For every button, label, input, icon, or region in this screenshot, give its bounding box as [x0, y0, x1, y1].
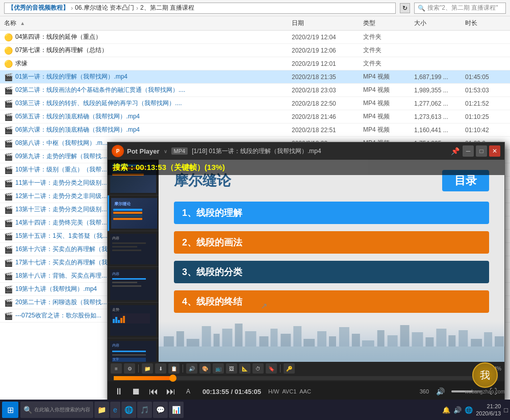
file-row[interactable]: 🎬 05第五讲：线段的顶底精确（我帮找网）.mp4 2020/2/18 21:4…: [0, 110, 510, 123]
svg-rect-8: [245, 331, 257, 347]
toolbar-btn-9[interactable]: 🖼: [226, 363, 237, 374]
taskbar-item-wechat[interactable]: 💬: [153, 402, 168, 418]
file-date: 2020/2/19 12:06: [292, 47, 363, 54]
toolbar-btn-11[interactable]: ⏱: [252, 363, 264, 374]
toolbar-btn-4[interactable]: ⬇: [155, 363, 166, 374]
toolbar-btn-13[interactable]: 🔑: [284, 363, 295, 374]
file-type: MP4 视频: [363, 112, 414, 121]
file-icon: 🎬: [4, 232, 13, 240]
file-row[interactable]: 🎬 06第六课：线段的顶底精确（我帮找网）.mp4 2020/2/18 22:5…: [0, 123, 510, 137]
taskbar-item-ie[interactable]: e: [110, 402, 120, 418]
col-type-header[interactable]: 类型: [363, 19, 414, 28]
svg-rect-13: [303, 339, 315, 347]
seekbar[interactable]: [114, 376, 498, 380]
thumbnail-4[interactable]: 内容: [108, 267, 159, 303]
file-date: 2020/2/18 21:46: [292, 113, 363, 120]
file-icon: 🎬: [4, 285, 13, 293]
start-button[interactable]: ⊞: [2, 402, 18, 418]
search-box[interactable]: 🔍 搜索"2、第二期 直播课程": [414, 3, 506, 14]
col-size-header[interactable]: 大小: [414, 19, 465, 28]
taskbar-item-chrome[interactable]: 🌐: [121, 402, 136, 418]
col-name-header[interactable]: 名称 ▲: [4, 19, 292, 28]
toolbar-btn-6[interactable]: 🔊: [186, 363, 197, 374]
file-row[interactable]: 🟡 04第四讲：线段的延伸（重点） 2020/2/19 12:04 文件夹: [0, 31, 510, 44]
file-type: MP4 视频: [363, 72, 414, 81]
pause-button[interactable]: ⏸: [112, 384, 126, 399]
svg-rect-17: [352, 334, 360, 347]
volume-icon[interactable]: 🔊: [433, 384, 447, 399]
thumbnail-6[interactable]: 内容 文字: [108, 338, 159, 362]
file-size: 1,989,355 ...: [414, 87, 465, 94]
pin-icon[interactable]: 📌: [451, 147, 460, 155]
toolbar-btn-10[interactable]: 📐: [239, 363, 250, 374]
seekbar-wrapper: [111, 376, 501, 380]
col-date-header[interactable]: 日期: [292, 19, 363, 28]
search-text: 搜索"2、第二期 直播课程": [427, 4, 498, 12]
column-header: 名称 ▲ 日期 类型 大小 时长: [0, 16, 510, 31]
file-icon: 🎬: [4, 206, 13, 214]
toolbar-btn-3[interactable]: 📁: [142, 363, 153, 374]
notification-icon[interactable]: □: [504, 406, 508, 414]
toolbar-btn-5[interactable]: 📋: [168, 363, 180, 374]
file-icon: 🎬: [4, 139, 13, 147]
format-badge: MP4: [171, 147, 188, 155]
next-button[interactable]: ⏭: [164, 384, 178, 399]
toolbar-btn-1[interactable]: ≡: [111, 363, 122, 374]
path-segment-1[interactable]: 【优秀的音视频教程】: [8, 4, 69, 12]
address-bar-path[interactable]: 【优秀的音视频教程】 › 06.摩尔缝论 资本凸门 › 2、第二期 直播课程: [4, 3, 396, 14]
file-type: 文件夹: [363, 33, 414, 41]
svg-rect-0: [159, 347, 504, 362]
svg-rect-19: [377, 330, 385, 347]
file-name: 求缘: [15, 59, 292, 68]
file-icon: 🎬: [4, 113, 13, 121]
file-icon: 🎬: [4, 100, 13, 108]
file-row[interactable]: 🟡 07第七课：线段的再理解（总结） 2020/2/19 12:06 文件夹: [0, 44, 510, 57]
taskbar-item-more[interactable]: 📊: [169, 402, 184, 418]
file-row[interactable]: 🎬 03第三讲：线段的转折、线段的延伸的再学习（我帮找网）.... 2020/2…: [0, 97, 510, 110]
file-name: 05第五讲：线段的顶底精确（我帮找网）.mp4: [15, 112, 292, 121]
toolbar-row1: ≡ ⚙ 📁 ⬇ 📋 🔊 🎨 📺 🖼 📐 ⏱ 🔖 🔑 114%: [108, 362, 504, 375]
minimize-button[interactable]: ─: [463, 145, 474, 157]
slide-items: 1、线段的理解 2、线段的画法 3、线段的分类 4、线段的终结: [159, 196, 504, 318]
toolbar-btn-12[interactable]: 🔖: [266, 363, 277, 374]
taskbar-item-folder[interactable]: 📁: [94, 402, 109, 418]
file-row[interactable]: 🎬 01第一讲：线段的理解（我帮找网）.mp4 2020/2/18 21:35 …: [0, 70, 510, 84]
svg-rect-4: [202, 326, 211, 347]
file-icon: 🟡: [4, 46, 13, 55]
refresh-icon[interactable]: ↻: [400, 3, 410, 13]
toolbar-btn-8[interactable]: 📺: [213, 363, 224, 374]
path-segment-3[interactable]: 2、第二期 直播课程: [140, 4, 194, 12]
svg-rect-15: [329, 336, 336, 347]
close-button[interactable]: ✕: [489, 145, 500, 157]
seekbar-thumb[interactable]: [169, 375, 176, 382]
thumbnail-sidebar: 摩尔缝论 内容: [108, 160, 159, 362]
thumbnail-2[interactable]: 摩尔缝论: [108, 195, 159, 231]
tray-icon-3[interactable]: 🌐: [465, 406, 473, 414]
subtitle-button[interactable]: A: [181, 384, 195, 399]
taskbar-item-media[interactable]: 🎵: [137, 402, 152, 418]
toolbar-btn-7[interactable]: 🎨: [199, 363, 211, 374]
file-row[interactable]: 🟡 求缘 2020/2/19 12:01 文件夹: [0, 57, 510, 70]
tray-icon-2[interactable]: 🔊: [453, 406, 462, 414]
file-date: 2020/2/18 22:51: [292, 127, 363, 134]
prev-button[interactable]: ⏮: [146, 384, 161, 399]
taskbar-item-search[interactable]: 🔍 在此输入你想搜索的内容: [20, 402, 93, 418]
file-size: 1,160,441 ...: [414, 127, 465, 134]
thumbnail-5[interactable]: 走势: [108, 303, 159, 338]
toolbar-btn-2[interactable]: ⚙: [124, 363, 135, 374]
taskbar: ⊞ 🔍 在此输入你想搜索的内容 📁 e 🌐 🎵 💬 📊 🔔 🔊 🌐 21:20: [0, 400, 510, 420]
thumbnail-3[interactable]: 内容: [108, 231, 159, 267]
file-row[interactable]: 🎬 02第二讲：线段画法的4个基础条件的融汇贯通（我帮找网）.... 2020/…: [0, 84, 510, 97]
svg-rect-27: [471, 339, 482, 347]
path-segment-2[interactable]: 06.摩尔缝论 资本凸门: [75, 4, 134, 12]
svg-rect-2: [176, 331, 184, 347]
maximize-button[interactable]: □: [476, 145, 487, 157]
file-date: 2020/2/18 23:03: [292, 87, 363, 94]
col-duration-header[interactable]: 时长: [465, 19, 506, 28]
watermark-text: wobangzhao.com: [465, 389, 505, 394]
wechat-taskbar-icon: 💬: [156, 406, 165, 414]
tray-icon-1[interactable]: 🔔: [442, 406, 450, 414]
file-duration: 01:10:25: [465, 113, 506, 120]
potplayer-name: Pot Player: [127, 147, 160, 155]
stop-button[interactable]: ⏹: [129, 384, 143, 399]
